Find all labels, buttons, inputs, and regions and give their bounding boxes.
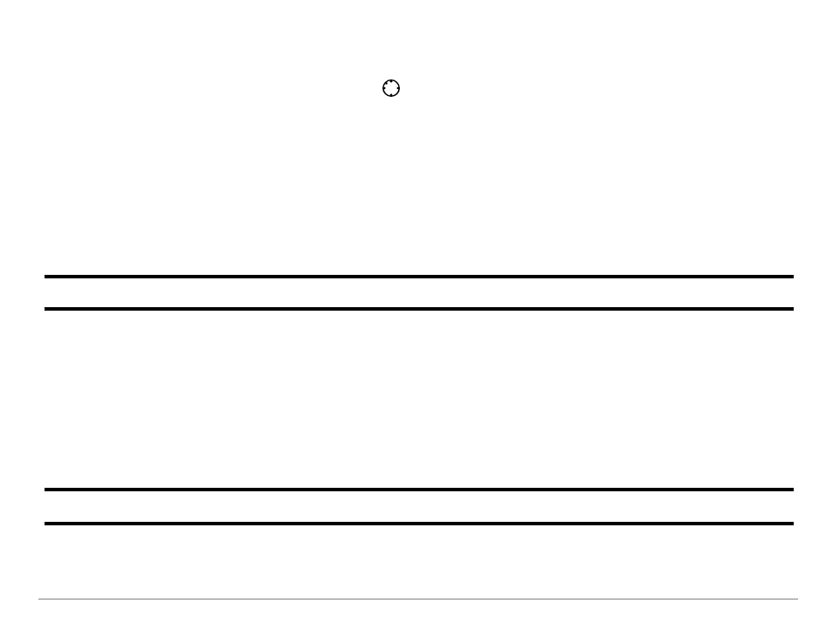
svg-point-1 [390, 80, 393, 83]
spinner-icon [382, 79, 401, 98]
svg-point-5 [385, 82, 388, 85]
horizontal-rule [45, 307, 794, 311]
svg-point-0 [383, 80, 399, 96]
page [0, 0, 833, 644]
footer-rule [38, 599, 798, 599]
svg-point-3 [390, 94, 393, 97]
horizontal-rule [45, 522, 794, 525]
svg-point-2 [397, 87, 400, 90]
horizontal-rule [45, 488, 794, 491]
svg-point-4 [383, 87, 386, 90]
horizontal-rule [45, 275, 794, 278]
